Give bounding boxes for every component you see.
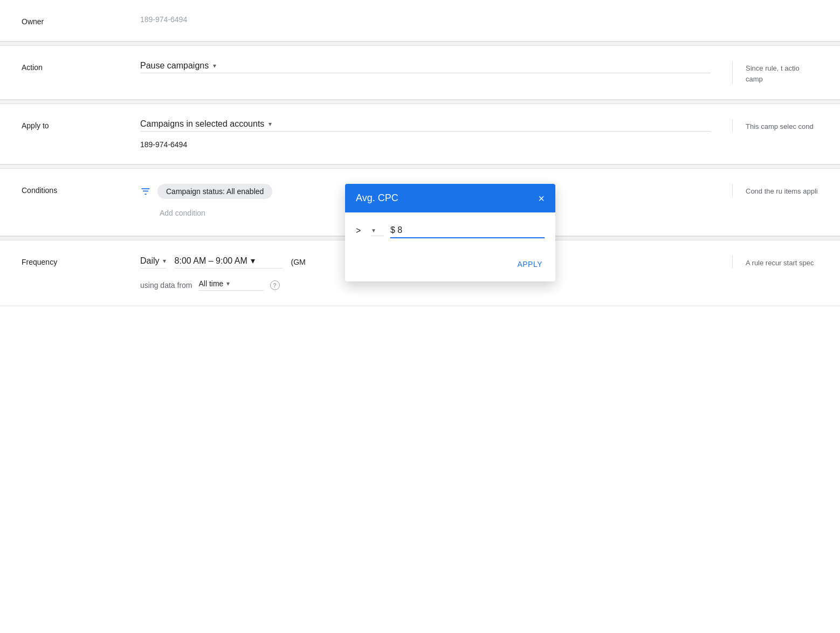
frequency-label: Frequency bbox=[22, 256, 140, 266]
apply-to-content: Campaigns in selected accounts ▾ 189-974… bbox=[140, 119, 711, 149]
frequency-daily-label: Daily bbox=[140, 256, 160, 266]
action-dropdown[interactable]: Pause campaigns ▾ bbox=[140, 61, 711, 73]
popup-footer: APPLY bbox=[345, 251, 555, 281]
popup-input-row: > ▼ bbox=[356, 223, 545, 238]
cpc-value-input[interactable] bbox=[390, 223, 545, 238]
avg-cpc-popup: Avg. CPC × > ▼ bbox=[345, 184, 555, 281]
divider-1 bbox=[0, 42, 840, 46]
condition-chip-label: Campaign status: All enabled bbox=[166, 187, 264, 196]
operator-symbol: > bbox=[356, 226, 364, 236]
data-from-value: All time bbox=[199, 279, 224, 288]
popup-title: Avg. CPC bbox=[356, 192, 398, 204]
divider-2 bbox=[0, 100, 840, 104]
condition-chip[interactable]: Campaign status: All enabled bbox=[157, 184, 272, 199]
frequency-daily-arrow: ▾ bbox=[163, 257, 166, 265]
popup-body: > ▼ bbox=[345, 212, 555, 251]
owner-value: 189-974-6494 bbox=[140, 15, 818, 24]
conditions-content: Campaign status: All enabled Add conditi… bbox=[140, 184, 711, 221]
timezone-text: (GM bbox=[291, 258, 306, 266]
operator-dropdown[interactable]: ▼ bbox=[371, 225, 384, 236]
using-data-from-label: using data from bbox=[140, 281, 192, 290]
data-from-arrow: ▾ bbox=[226, 280, 230, 287]
frequency-time-arrow: ▾ bbox=[251, 256, 255, 266]
apply-to-arrow: ▾ bbox=[268, 120, 272, 128]
help-icon[interactable]: ? bbox=[270, 280, 280, 290]
action-dropdown-arrow: ▾ bbox=[213, 62, 216, 70]
conditions-label: Conditions bbox=[22, 184, 140, 195]
action-content: Pause campaigns ▾ bbox=[140, 61, 711, 73]
value-input-container bbox=[390, 223, 545, 238]
action-label: Action bbox=[22, 61, 140, 72]
owner-content: 189-974-6494 bbox=[140, 15, 818, 24]
apply-to-dropdown[interactable]: Campaigns in selected accounts ▾ bbox=[140, 119, 711, 132]
action-help: Since rule, t actio camp bbox=[732, 61, 818, 84]
frequency-help: A rule recur start spec bbox=[732, 256, 818, 269]
apply-to-label: Apply to bbox=[22, 119, 140, 130]
operator-dropdown-arrow: ▼ bbox=[371, 228, 376, 233]
action-value: Pause campaigns bbox=[140, 61, 209, 71]
owner-row: Owner 189-974-6494 bbox=[0, 0, 840, 42]
apply-button[interactable]: APPLY bbox=[515, 256, 545, 273]
frequency-time-dropdown[interactable]: 8:00 AM – 9:00 AM ▾ bbox=[175, 256, 283, 269]
popup-overlay: Avg. CPC × > ▼ bbox=[345, 184, 555, 281]
data-from-dropdown[interactable]: All time ▾ bbox=[199, 279, 264, 291]
divider-3 bbox=[0, 164, 840, 169]
filter-icon bbox=[140, 185, 151, 197]
conditions-help: Cond the ru items appli bbox=[732, 184, 818, 197]
popup-header: Avg. CPC × bbox=[345, 184, 555, 212]
owner-label: Owner bbox=[22, 15, 140, 26]
apply-to-row: Apply to Campaigns in selected accounts … bbox=[0, 104, 840, 164]
conditions-row: Conditions Campaign status: All enabled … bbox=[0, 169, 840, 236]
page-container: Owner 189-974-6494 Action Pause campaign… bbox=[0, 0, 840, 306]
action-row: Action Pause campaigns ▾ Since rule, t a… bbox=[0, 46, 840, 100]
popup-close-button[interactable]: × bbox=[538, 193, 545, 204]
frequency-time-value: 8:00 AM – 9:00 AM bbox=[175, 256, 247, 266]
apply-to-help: This camp selec cond bbox=[732, 119, 818, 132]
frequency-daily-dropdown[interactable]: Daily ▾ bbox=[140, 256, 166, 269]
apply-to-account: 189-974-6494 bbox=[140, 140, 711, 149]
apply-to-value: Campaigns in selected accounts bbox=[140, 119, 264, 129]
